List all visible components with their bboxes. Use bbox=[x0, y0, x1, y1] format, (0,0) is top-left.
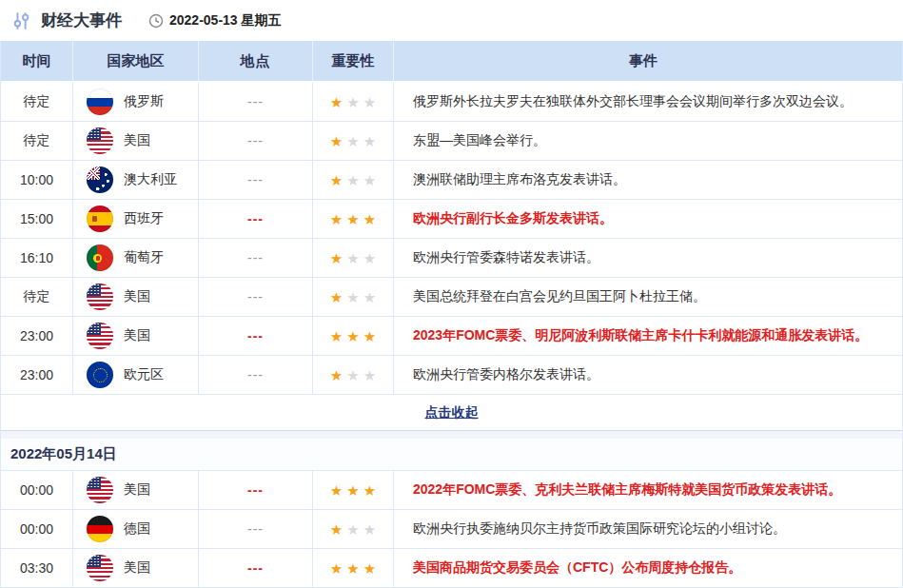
event-description: 欧洲央行执委施纳贝尔主持货币政策国际研究论坛的小组讨论。 bbox=[393, 510, 902, 548]
star-filled-icon: ★ bbox=[363, 483, 376, 498]
event-row: 待定 俄罗斯 --- ★★★ 俄罗斯外长拉夫罗夫在独联体外交部长理事会会议期间举… bbox=[1, 83, 902, 122]
country-name: 美国 bbox=[124, 132, 150, 149]
date-band: 2022年05月14日 bbox=[1, 439, 902, 471]
spain-flag-icon bbox=[87, 206, 113, 232]
star-empty-icon: ★ bbox=[363, 251, 376, 265]
importance-stars: ★★★ bbox=[312, 122, 393, 160]
star-filled-icon: ★ bbox=[363, 212, 376, 226]
collapse-link[interactable]: 点击收起 bbox=[425, 404, 479, 421]
event-time: 00:00 bbox=[1, 471, 72, 509]
event-row: 23:00 美国 --- ★★★ 2023年FOMC票委、明尼阿波利斯联储主席卡… bbox=[1, 317, 902, 356]
star-filled-icon: ★ bbox=[330, 251, 343, 265]
importance-stars: ★★★ bbox=[312, 471, 393, 509]
event-description: 欧洲央行管委森特诺发表讲话。 bbox=[393, 239, 902, 277]
star-filled-icon: ★ bbox=[363, 561, 376, 576]
event-description: 2022年FOMC票委、克利夫兰联储主席梅斯特就美国货币政策发表讲话。 bbox=[393, 471, 902, 509]
usa-flag-icon bbox=[87, 555, 113, 581]
event-description: 俄罗斯外长拉夫罗夫在独联体外交部长理事会会议期间举行多次双边会议。 bbox=[393, 83, 902, 121]
event-country-cell: 美国 bbox=[72, 471, 198, 509]
event-location: --- bbox=[198, 83, 312, 121]
events-section-may13: 待定 俄罗斯 --- ★★★ 俄罗斯外长拉夫罗夫在独联体外交部长理事会会议期间举… bbox=[1, 83, 902, 395]
clock-icon bbox=[148, 13, 164, 29]
event-description: 欧洲央行管委内格尔发表讲话。 bbox=[393, 356, 902, 394]
topbar: 财经大事件 2022-05-13 星期五 bbox=[0, 0, 903, 41]
column-header-time: 时间 bbox=[1, 41, 72, 81]
importance-stars: ★★★ bbox=[312, 549, 393, 587]
star-filled-icon: ★ bbox=[330, 329, 343, 343]
event-country-cell: 美国 bbox=[72, 549, 198, 587]
event-row: 00:00 美国 --- ★★★ 2022年FOMC票委、克利夫兰联储主席梅斯特… bbox=[1, 471, 902, 510]
event-row: 10:00 澳大利亚 --- ★★★ 澳洲联储助理主席布洛克发表讲话。 bbox=[1, 161, 902, 200]
event-time: 待定 bbox=[1, 278, 72, 316]
star-empty-icon: ★ bbox=[363, 173, 376, 187]
star-filled-icon: ★ bbox=[346, 483, 359, 498]
event-country-cell: 俄罗斯 bbox=[72, 83, 198, 121]
star-filled-icon: ★ bbox=[330, 173, 343, 187]
column-header-importance: 重要性 bbox=[312, 41, 393, 81]
star-filled-icon: ★ bbox=[346, 212, 359, 226]
event-location: --- bbox=[198, 549, 312, 587]
event-time: 00:00 bbox=[1, 510, 72, 548]
event-location: --- bbox=[198, 122, 312, 160]
event-location: --- bbox=[198, 356, 312, 394]
star-filled-icon: ★ bbox=[330, 483, 343, 498]
current-date: 2022-05-13 星期五 bbox=[148, 12, 282, 29]
star-empty-icon: ★ bbox=[346, 95, 359, 109]
event-country-cell: 葡萄牙 bbox=[72, 239, 198, 277]
star-empty-icon: ★ bbox=[346, 173, 359, 187]
importance-stars: ★★★ bbox=[312, 278, 393, 316]
event-country-cell: 美国 bbox=[72, 122, 198, 160]
event-location: --- bbox=[198, 200, 312, 238]
star-empty-icon: ★ bbox=[363, 134, 376, 148]
star-filled-icon: ★ bbox=[330, 134, 343, 148]
star-empty-icon: ★ bbox=[363, 95, 376, 109]
event-location: --- bbox=[198, 317, 312, 355]
star-filled-icon: ★ bbox=[346, 329, 359, 343]
event-row: 待定 美国 --- ★★★ 东盟—美国峰会举行。 bbox=[1, 122, 902, 161]
event-row: 03:30 美国 --- ★★★ 美国商品期货交易委员会（CFTC）公布周度持仓… bbox=[1, 549, 902, 588]
event-time: 23:00 bbox=[1, 317, 72, 355]
importance-stars: ★★★ bbox=[312, 239, 393, 277]
star-empty-icon: ★ bbox=[363, 290, 376, 304]
event-description: 东盟—美国峰会举行。 bbox=[393, 122, 902, 160]
event-row: 16:10 葡萄牙 --- ★★★ 欧洲央行管委森特诺发表讲话。 bbox=[1, 239, 902, 278]
event-country-cell: 美国 bbox=[72, 278, 198, 316]
star-empty-icon: ★ bbox=[363, 522, 376, 537]
table-header-row: 时间 国家地区 地点 重要性 事件 bbox=[1, 41, 902, 83]
australia-flag-icon bbox=[87, 167, 113, 193]
event-time: 待定 bbox=[1, 83, 72, 121]
star-filled-icon: ★ bbox=[330, 368, 343, 382]
star-empty-icon: ★ bbox=[346, 368, 359, 382]
event-location: --- bbox=[198, 161, 312, 199]
column-header-event: 事件 bbox=[393, 41, 902, 81]
event-country-cell: 德国 bbox=[72, 510, 198, 548]
usa-flag-icon bbox=[87, 127, 113, 154]
country-name: 西班牙 bbox=[124, 210, 164, 227]
russia-flag-icon bbox=[87, 88, 113, 115]
star-filled-icon: ★ bbox=[330, 212, 343, 226]
star-empty-icon: ★ bbox=[346, 522, 359, 537]
event-time: 15:00 bbox=[1, 200, 72, 238]
country-name: 欧元区 bbox=[124, 366, 164, 383]
star-filled-icon: ★ bbox=[330, 522, 343, 537]
event-location: --- bbox=[198, 510, 312, 548]
event-location: --- bbox=[198, 278, 312, 316]
event-row: 00:00 德国 --- ★★★ 欧洲央行执委施纳贝尔主持货币政策国际研究论坛的… bbox=[1, 510, 902, 549]
event-description: 2023年FOMC票委、明尼阿波利斯联储主席卡什卡利就能源和通胀发表讲话。 bbox=[393, 317, 902, 355]
event-description: 美国商品期货交易委员会（CFTC）公布周度持仓报告。 bbox=[393, 549, 902, 587]
usa-flag-icon bbox=[87, 284, 113, 310]
event-time: 23:00 bbox=[1, 356, 72, 394]
importance-stars: ★★★ bbox=[312, 510, 393, 548]
star-filled-icon: ★ bbox=[346, 561, 359, 576]
sliders-icon bbox=[11, 10, 32, 31]
star-filled-icon: ★ bbox=[330, 95, 343, 109]
event-description: 澳洲联储助理主席布洛克发表讲话。 bbox=[393, 161, 902, 199]
eu-flag-icon bbox=[87, 362, 113, 388]
importance-stars: ★★★ bbox=[312, 317, 393, 355]
event-country-cell: 欧元区 bbox=[72, 356, 198, 394]
importance-stars: ★★★ bbox=[312, 356, 393, 394]
portugal-flag-icon bbox=[87, 245, 113, 271]
star-empty-icon: ★ bbox=[346, 251, 359, 265]
event-time: 16:10 bbox=[1, 239, 72, 277]
country-name: 澳大利亚 bbox=[124, 171, 177, 188]
